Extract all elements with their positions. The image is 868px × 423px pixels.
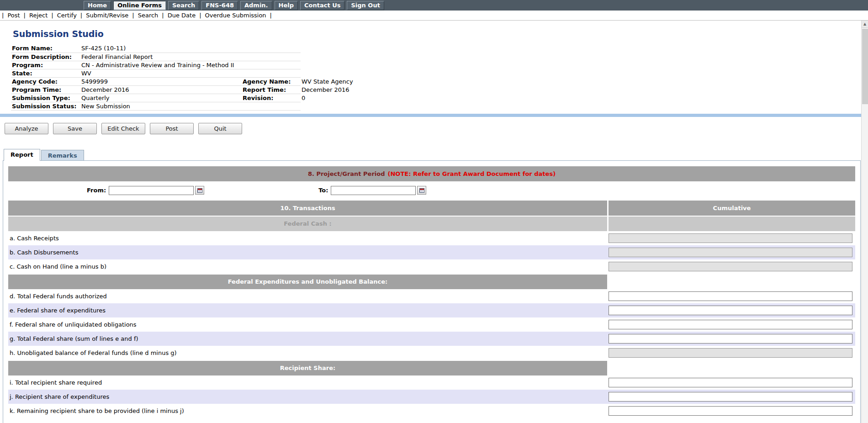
to-label: To: [318,187,328,194]
transaction-row-g: g. Total Federal share (sum of lines e a… [8,332,855,346]
cumulative-input-e[interactable] [609,306,852,315]
row-label-j: j. Recipient share of expenditures [8,393,607,400]
scrollbar-thumb[interactable] [862,29,868,104]
menu-item-overdue-submission[interactable]: Overdue Submission [201,12,270,19]
nav-item-help[interactable]: Help [275,1,298,10]
action-bar: AnalyzeSaveEdit CheckPostQuit [5,123,868,134]
row-label-e: e. Federal share of expenditures [8,307,607,314]
row-label-f: f. Federal share of unliquidated obligat… [8,321,607,328]
menu-item-post[interactable]: Post [4,12,23,19]
section-right-cell [609,275,855,289]
transaction-row-h: h. Unobligated balance of Federal funds … [8,346,855,360]
edit-check-button[interactable]: Edit Check [101,123,145,134]
report-panel: 8. Project/Grant Period (NOTE: Refer to … [3,160,861,423]
cumulative-cell-e [609,306,855,315]
tab-strip: ReportRemarks [4,149,868,160]
info-value1: December 2016 [80,85,242,94]
scroll-up-button[interactable]: ▲ [862,21,868,28]
section-title: Federal Cash : [8,217,607,231]
info-label1: Form Name: [11,44,80,53]
info-label2 [242,102,301,110]
cumulative-cell-b [609,248,855,257]
info-value2: WV State Agency [301,77,538,85]
period-header-note: (NOTE: Refer to Grant Award Document for… [388,170,556,177]
to-date-input[interactable] [331,186,416,195]
nav-item-admin[interactable]: Admin. [240,1,272,10]
menu-item-search[interactable]: Search [134,12,162,19]
section-header-recipient-share: Recipient Share: [8,361,855,375]
cumulative-input-a [609,233,852,243]
row-label-d: d. Total Federal funds authorized [8,293,607,300]
analyze-button[interactable]: Analyze [5,123,48,134]
vertical-scrollbar[interactable]: ▲ [861,21,868,423]
page-title: Submission Studio [13,29,868,39]
calendar-icon [197,188,202,193]
cumulative-input-d[interactable] [609,291,852,301]
info-value1: Quarterly [80,94,242,102]
section-right-cell [609,361,855,375]
save-button[interactable]: Save [53,123,97,134]
nav-item-contact-us[interactable]: Contact Us [300,1,344,10]
section-title: Recipient Share: [8,361,607,375]
menu-item-due-date[interactable]: Due Date [164,12,199,19]
transactions-header: 10. Transactions Cumulative [8,201,855,216]
menu-item-certify[interactable]: Certify [53,12,80,19]
menu-separator: | [270,12,272,19]
menu-item-submit-revise[interactable]: Submit/Revise [82,12,132,19]
info-label2 [242,44,301,53]
quit-button[interactable]: Quit [198,123,242,134]
info-row: State:WV [11,69,538,77]
post-button[interactable]: Post [150,123,194,134]
info-label1: State: [11,69,80,77]
transaction-row-a: a. Cash Receipts [8,231,855,245]
cumulative-input-g[interactable] [609,334,852,344]
info-value2 [301,102,538,110]
cumulative-input-k[interactable] [609,406,852,416]
to-calendar-button[interactable] [417,186,426,195]
from-calendar-button[interactable] [195,186,204,195]
cumulative-input-j[interactable] [609,392,852,402]
info-value2: 0 [301,94,538,102]
info-label1: Submission Status: [11,102,80,110]
tab-remarks[interactable]: Remarks [41,150,84,160]
top-nav: HomeOnline FormsSearchFNS-648Admin.HelpC… [0,0,868,11]
section-right-cell [609,217,855,231]
scroll-up-icon: ▲ [863,22,866,26]
info-label1: Program: [11,61,80,69]
period-header-title: 8. Project/Grant Period [308,170,385,177]
nav-item-online-forms[interactable]: Online Forms [113,1,166,10]
info-value2 [301,44,538,53]
cumulative-cell-d [609,291,855,301]
cumulative-input-i[interactable] [609,378,852,387]
info-label1: Submission Type: [11,94,80,102]
transactions-rows: Federal Cash :a. Cash Receiptsb. Cash Di… [8,217,855,418]
cumulative-column-header: Cumulative [609,201,855,216]
transaction-row-k: k. Remaining recipient share to be provi… [8,404,855,418]
info-value1: CN - Administrative Review and Training … [80,61,242,69]
menu-item-reject[interactable]: Reject [26,12,51,19]
section-header-federal-expenditures-and-unobligated-balance: Federal Expenditures and Unobligated Bal… [8,275,855,289]
calendar-icon [419,188,424,193]
transactions-column-header: 10. Transactions [8,201,607,216]
nav-item-search[interactable]: Search [168,1,199,10]
menu-bar: |Post|Reject|Certify|Submit/Revise|Searc… [0,11,868,21]
info-row: Submission Type:QuarterlyRevision:0 [11,94,538,102]
nav-item-home[interactable]: Home [84,1,111,10]
cumulative-input-f[interactable] [609,320,852,329]
info-label2 [242,69,301,77]
transaction-row-d: d. Total Federal funds authorized [8,289,855,303]
from-date-input[interactable] [109,186,194,195]
info-value1: 5499999 [80,77,242,85]
nav-item-sign-out[interactable]: Sign Out [347,1,384,10]
tab-report[interactable]: Report [4,149,40,161]
info-value1: SF-425 (10-11) [80,44,242,53]
cumulative-cell-k [609,406,855,416]
info-value2: December 2016 [301,85,538,94]
nav-item-fns-648[interactable]: FNS-648 [201,1,238,10]
transaction-row-c: c. Cash on Hand (line a minus b) [8,259,855,274]
info-value1: WV [80,69,242,77]
cumulative-cell-g [609,334,855,344]
cumulative-cell-c [609,262,855,271]
row-label-h: h. Unobligated balance of Federal funds … [8,349,607,356]
info-label1: Form Description: [11,53,80,61]
